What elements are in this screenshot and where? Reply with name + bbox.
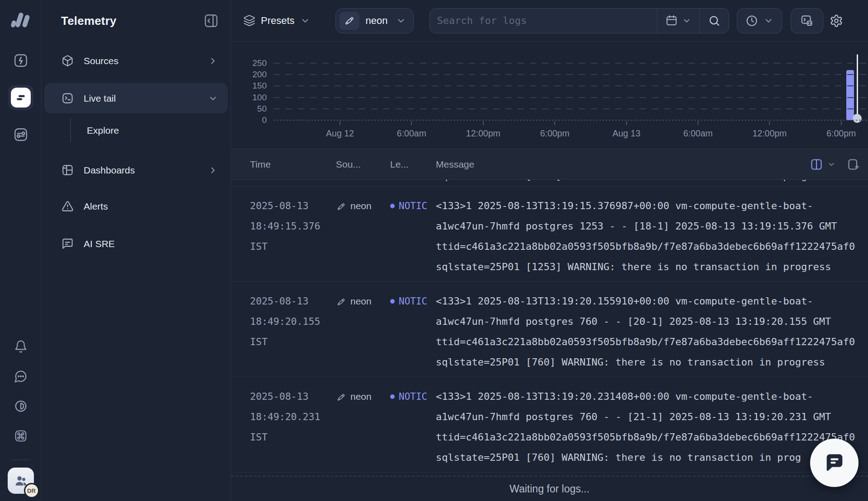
gridline [274,63,868,64]
sidebar-item-sources[interactable]: Sources [44,46,228,76]
log-time: 2025-08-1318:49:20.231IST [250,386,336,468]
dashboard-icon [61,164,74,176]
sidebar-item-dashboards[interactable]: Dashboards [44,155,228,185]
log-volume-bar[interactable] [846,70,854,120]
clipped-log-text: sqlstate=25P01 [1253] WARNING: there is … [436,180,868,186]
terminal-code-icon [800,14,814,28]
rail-item-logs-active[interactable] [8,85,33,110]
sidebar-item-explore[interactable]: Explore [44,115,228,145]
sidebar-nav: Sources Live tail Explore Dashboards Ale… [42,42,231,259]
message-square-icon [61,238,74,250]
sidebar-subitem-label: Explore [87,125,119,136]
x-axis-tick-label: 12:00pm [733,128,806,139]
y-axis-tick-label: 250 [231,58,267,68]
date-range-button[interactable] [657,9,699,33]
rail-divider [11,459,30,460]
sidebar-item-label: Live tail [84,93,198,104]
log-message: <133>1 2025-08-13T13:19:15.376987+00:00 … [436,196,868,277]
log-table-body[interactable]: sqlstate=25P01 [1253] WARNING: there is … [231,180,868,476]
clock-icon [745,14,758,27]
gridline [274,74,868,75]
sidebar-item-ai-sre[interactable]: AI SRE [44,229,228,259]
app: DR Telemetry Sources Live tail Explore [0,0,868,501]
notifications-button[interactable] [8,337,33,356]
x-axis-tick [483,121,484,125]
column-header-level[interactable]: Le... [390,159,436,170]
x-axis-tick [411,121,412,125]
chevron-down-icon [300,16,310,26]
sidebar-item-alerts[interactable]: Alerts [44,191,228,221]
shortcuts-button[interactable] [8,427,33,445]
sidebar-item-live-tail[interactable]: Live tail [44,83,228,113]
x-axis-tick [340,121,340,125]
log-volume-chart[interactable]: 250200150100500Aug 126:00am12:00pm6:00pm… [231,42,868,149]
log-source: neon [336,291,390,372]
gridline [274,120,868,121]
x-axis-tick [769,121,770,125]
y-axis-tick-label: 0 [231,115,267,125]
main-content: Presets neon [231,0,868,501]
search-input[interactable] [430,9,657,33]
y-axis-tick-label: 100 [231,93,267,103]
y-axis-tick-label: 50 [231,104,267,114]
settings-button[interactable] [827,12,845,30]
table-footer: Waiting for logs... [231,476,868,501]
source-selector-value: neon [366,15,388,27]
level-label: NOTIC [399,391,427,402]
x-axis-tick [554,121,555,125]
topbar: Presets neon [231,0,868,42]
level-label: NOTIC [399,201,427,211]
clipped-log-row[interactable]: sqlstate=25P01 [1253] WARNING: there is … [231,180,868,187]
sidebar-header: Telemetry [42,0,231,42]
gear-icon [830,14,843,28]
gridline [274,97,868,98]
user-avatar[interactable]: DR [8,468,34,494]
sidebar-collapse-button[interactable] [203,13,219,28]
log-time: 2025-08-1318:49:20.155IST [250,291,336,372]
telescope-icon [340,12,359,30]
status-text: Waiting for logs... [509,483,590,495]
x-axis-tick [841,121,842,125]
page-title: Telemetry [61,14,117,28]
source-selector[interactable]: neon [335,8,414,33]
theme-toggle-button[interactable] [8,397,33,415]
live-cursor-handle[interactable] [853,114,862,123]
rail-item-events[interactable] [8,48,33,73]
column-header-message[interactable]: Message [436,159,474,170]
feedback-button[interactable] [8,367,33,385]
chevron-down-icon [682,16,691,25]
column-header-time[interactable]: Time [250,159,336,170]
column-header-source[interactable]: Sou... [336,159,390,170]
neon-source-icon [336,295,346,307]
search-submit-button[interactable] [699,9,729,33]
rail-item-metrics[interactable] [8,122,33,147]
terminal-icon [61,92,74,104]
presets-button[interactable]: Presets [243,14,310,27]
log-level: NOTIC [390,196,436,216]
log-level: NOTIC [390,386,436,407]
log-time: 2025-08-1318:49:15.376IST [250,196,336,277]
time-settings-button[interactable] [737,8,782,33]
log-row[interactable]: 2025-08-1318:49:20.155IST neon NOTIC <13… [231,282,868,377]
alert-triangle-icon [61,200,74,212]
presets-label: Presets [261,15,295,27]
columns-layout-button[interactable] [810,158,823,171]
x-axis-tick-label: 6:00am [375,128,448,139]
sidebar-item-label: Dashboards [84,165,198,176]
chevron-down-icon [396,16,406,26]
query-console-button[interactable] [791,8,823,33]
level-dot-icon [390,204,395,208]
bell-icon [14,340,28,353]
chevron-down-icon[interactable] [827,160,835,169]
level-label: NOTIC [399,296,427,307]
chevron-down-icon [764,16,774,26]
level-dot-icon [390,394,395,399]
layers-icon [243,14,255,27]
log-row[interactable]: 2025-08-1318:49:15.376IST neon NOTIC <13… [231,187,868,282]
message-dots-icon [14,370,28,383]
add-column-button[interactable] [847,158,860,171]
neon-source-icon [336,199,346,212]
chat-fab-button[interactable] [810,439,859,487]
log-row[interactable]: 2025-08-1318:49:20.231IST neon NOTIC <13… [231,377,868,473]
middleware-logo-icon[interactable] [9,9,32,29]
